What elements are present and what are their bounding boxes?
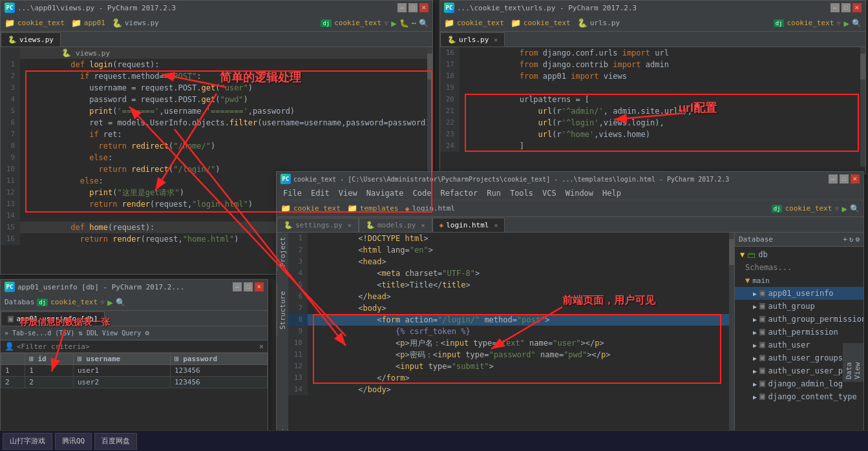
table-grid-icon: ⊞ (759, 290, 765, 297)
db-table-auth-group[interactable]: ▶ ⊞ auth_group (735, 300, 863, 313)
project-panel-label[interactable]: Project (277, 233, 288, 271)
settings-tab-close[interactable]: ✕ (348, 222, 352, 229)
urls-project: cookie_text (457, 19, 504, 27)
tab-urls-py[interactable]: 🐍 urls.py ✕ (440, 32, 505, 47)
tab-app01-userinfo[interactable]: ⊞ app01_userinfo [db] (1, 311, 105, 326)
taskbar-typing-game[interactable]: 山打字游戏 (3, 433, 52, 450)
col-username[interactable]: ⊞ username (73, 353, 170, 365)
tab-close[interactable]: ✕ (494, 36, 498, 43)
tab-login-html[interactable]: ◈ login.html ✕ (432, 218, 505, 232)
table-row[interactable]: 1 1 user1 123456 (1, 365, 268, 377)
main-window-controls[interactable]: ─ □ ✕ (829, 174, 860, 184)
taskbar-baidu-pan[interactable]: 百度网盘 (94, 433, 137, 450)
minimize-btn[interactable]: ─ (397, 3, 407, 12)
close-btn[interactable]: ✕ (419, 3, 429, 12)
menu-refactor[interactable]: Refactor (436, 187, 482, 199)
db-settings-btn[interactable]: ⚙ (855, 235, 860, 244)
table-grid-icon7: ⊞ (759, 368, 765, 374)
main-maximize[interactable]: □ (840, 174, 849, 184)
col-password[interactable]: ⊞ password (170, 353, 267, 365)
col-id[interactable]: ⊞ id (25, 353, 74, 365)
db-table-auth-group-perms[interactable]: ▶ ⊞ auth_group_permissions (735, 313, 863, 326)
db-search-btn[interactable]: 🔍 (116, 298, 125, 307)
db-minimize[interactable]: ─ (233, 282, 242, 291)
db-ddl-label[interactable]: DDL (87, 330, 98, 337)
main-dj-badge: dj (772, 205, 783, 213)
main-search-btn[interactable]: 🔍 (850, 204, 860, 213)
debug-btn[interactable]: 🐛 (399, 19, 409, 28)
database-title: Database (739, 235, 773, 244)
menu-navigate[interactable]: Navigate (363, 187, 408, 199)
tab-settings[interactable]: 🐍 settings.py ✕ (277, 218, 359, 232)
menu-help[interactable]: Help (598, 187, 625, 199)
main-scrollbar-thumb[interactable] (729, 239, 734, 265)
main-scrollbar[interactable] (729, 233, 734, 433)
menu-tools[interactable]: Tools (506, 187, 537, 199)
menu-run[interactable]: Run (483, 187, 505, 199)
dj-badge: dj (321, 19, 332, 27)
urls-tab-bar: 🐍 urls.py ✕ (440, 32, 865, 47)
taskbar-qq[interactable]: 腾讯QQ (55, 433, 92, 450)
menu-vcs[interactable]: VCS (538, 187, 560, 199)
menu-edit[interactable]: Edit (307, 187, 333, 199)
urls-window-controls[interactable]: ─ □ ✕ (831, 3, 862, 12)
main-run-btn[interactable]: ▶ (842, 204, 847, 214)
search-btn[interactable]: 🔍 (419, 19, 429, 28)
db-sort-icon[interactable]: ⇅ (78, 329, 83, 337)
urls-toolbar-project: cookie_text (787, 19, 834, 27)
menu-code[interactable]: Code (409, 187, 436, 199)
urls-scrollbar-thumb[interactable] (860, 54, 865, 79)
db-table-app01[interactable]: ▶ ⊞ app01_userinfo (735, 287, 863, 300)
main-window[interactable]: PC cookie_text - [C:\Users\Administrator… (276, 171, 864, 449)
main-close[interactable]: ✕ (851, 174, 860, 184)
db-add-btn[interactable]: + (843, 235, 847, 244)
data-view-label[interactable]: Data View (843, 343, 863, 382)
tab-models[interactable]: 🐍 models.py ✕ (359, 218, 432, 232)
db-schemas[interactable]: Schemas... (735, 261, 863, 274)
urls-window[interactable]: PC ...\cookie_text\urls.py - PyCharm 201… (439, 0, 866, 174)
table-row[interactable]: 2 2 user2 123456 (1, 377, 268, 388)
db-folder-icon: ▼ (740, 250, 745, 259)
db-main-schema[interactable]: ▼ main (735, 274, 863, 287)
table-icon1: ▶ (753, 290, 757, 297)
main-minimize[interactable]: ─ (829, 174, 838, 184)
urls-scrollbar[interactable] (860, 47, 865, 167)
cell-password-1: 123456 (170, 365, 267, 377)
db-window[interactable]: PC app01_userinfo [db] - PyCharm 2017.2.… (0, 279, 268, 431)
tab-views-py[interactable]: 🐍 views.py (1, 32, 61, 47)
db-table-auth-permission[interactable]: ▶ ⊞ auth_permission (735, 326, 863, 339)
db-settings-icon[interactable]: ⚙ (145, 329, 149, 337)
urls-run-btn[interactable]: ▶ (844, 18, 849, 28)
filter-clear-btn[interactable]: ✕ (259, 342, 264, 351)
table-name-admin-log: django_admin_log (768, 379, 843, 388)
more-btn[interactable]: ⋯ (412, 19, 416, 28)
run-btn[interactable]: ▶ (391, 18, 396, 28)
db-icon: 🗃 (747, 250, 756, 260)
scrollbar-thumb[interactable] (427, 54, 432, 79)
db-item-db[interactable]: ▼ 🗃 db (735, 248, 863, 261)
menu-view[interactable]: View (335, 187, 361, 199)
db-window-controls[interactable]: ─ □ ✕ (233, 282, 264, 291)
db-refresh-btn[interactable]: ↻ (849, 235, 854, 244)
maximize-btn[interactable]: □ (408, 3, 418, 12)
window-controls[interactable]: ─ □ ✕ (397, 3, 429, 12)
table-icon8: ▶ (753, 381, 757, 388)
views-tab-bar: 🐍 views.py (1, 32, 432, 47)
structure-panel-label[interactable]: Structure (277, 284, 288, 336)
menu-file[interactable]: File (279, 187, 306, 199)
db-pc-icon: PC (5, 282, 15, 292)
models-tab-close[interactable]: ✕ (421, 222, 425, 229)
db-view-query-label[interactable]: View Query (102, 330, 141, 337)
db-close[interactable]: ✕ (255, 282, 264, 291)
urls-search-btn[interactable]: 🔍 (852, 19, 862, 28)
main-code-editor: 1 <!DOCTYPE html> 2 <html lang="en"> 3 <… (288, 233, 734, 433)
menu-window[interactable]: Window (562, 187, 597, 199)
login-tab-close[interactable]: ✕ (494, 222, 498, 229)
db-maximize[interactable]: □ (244, 282, 253, 291)
urls-maximize[interactable]: □ (842, 3, 851, 12)
db-titlebar: PC app01_userinfo [db] - PyCharm 2017.2.… (1, 280, 268, 294)
urls-close[interactable]: ✕ (852, 3, 862, 12)
db-tab-back[interactable]: » (5, 330, 8, 337)
db-run-btn[interactable]: ▶ (107, 297, 112, 308)
urls-minimize[interactable]: ─ (831, 3, 840, 12)
